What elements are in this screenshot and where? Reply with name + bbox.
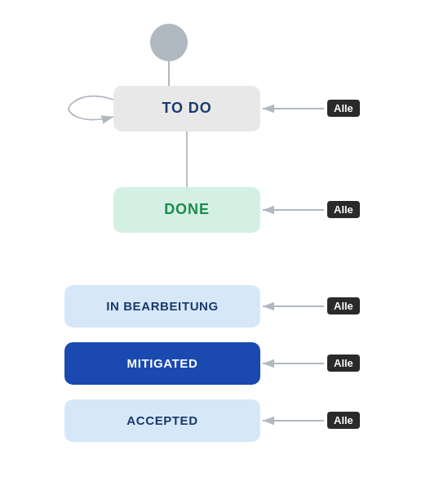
workflow-diagram: TO DO DONE IN BEARBEITUNG MITIGATED ACCE… (24, 16, 415, 489)
mitigated-label: MITIGATED (127, 356, 198, 370)
alle-badge-accepted[interactable]: Alle (327, 412, 360, 429)
accepted-label: ACCEPTED (126, 413, 197, 427)
inbearbeitung-box[interactable]: IN BEARBEITUNG (64, 285, 260, 328)
alle-badge-mitigated[interactable]: Alle (327, 355, 360, 372)
start-line (168, 61, 170, 86)
done-label: DONE (164, 201, 210, 218)
alle-badge-todo[interactable]: Alle (327, 100, 360, 117)
todo-box[interactable]: TO DO (113, 86, 260, 132)
accepted-box[interactable]: ACCEPTED (64, 399, 260, 442)
alle-badge-inbearbeitung[interactable]: Alle (327, 297, 360, 314)
inbearbeitung-label: IN BEARBEITUNG (106, 299, 219, 313)
alle-badge-done[interactable]: Alle (327, 201, 360, 218)
todo-label: TO DO (162, 100, 211, 117)
mitigated-box[interactable]: MITIGATED (64, 342, 260, 385)
done-box[interactable]: DONE (113, 187, 260, 233)
start-circle (150, 24, 188, 61)
